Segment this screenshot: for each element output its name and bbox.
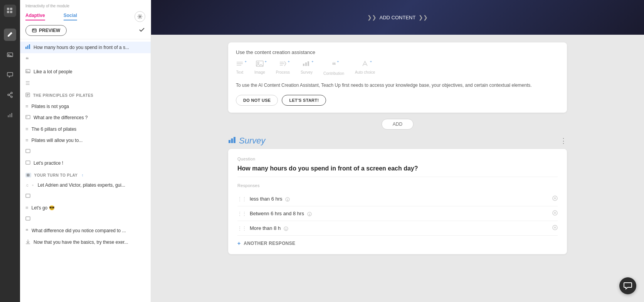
- ai-assistance-box: Use the content creation assistance +: [228, 42, 567, 113]
- image-icon: [25, 69, 30, 75]
- sidebar-item-not-yoga[interactable]: ≡ Pilates is not yoga: [20, 101, 151, 112]
- nav-share-icon[interactable]: [4, 89, 16, 101]
- svg-rect-43: [305, 62, 307, 66]
- delete-response-2[interactable]: [552, 210, 558, 217]
- image-icon: [25, 148, 30, 155]
- svg-point-14: [139, 16, 141, 17]
- response-item-3: ⋮⋮ More than 8 h: [237, 221, 558, 236]
- svg-rect-47: [234, 137, 235, 143]
- music-icon: ♫: [25, 183, 29, 187]
- svg-rect-32: [26, 217, 30, 220]
- ai-tool-contribution[interactable]: ❝ + Contribution: [323, 61, 344, 76]
- sidebar-item-differences[interactable]: What are the differences ?: [20, 112, 151, 123]
- add-response-text[interactable]: ANOTHER RESPONSE: [244, 241, 295, 246]
- svg-rect-20: [29, 44, 30, 49]
- sidebar-item-survey-main[interactable]: How many hours do you spend in front of …: [20, 42, 151, 53]
- ai-tool-auto-choice[interactable]: + Auto choice: [355, 61, 375, 76]
- sidebar-item-text: The 6 pillars of pilates: [32, 127, 77, 132]
- delete-response-3[interactable]: [552, 225, 558, 231]
- add-content-button[interactable]: ❯❯ ADD CONTENT ❯❯: [367, 14, 428, 20]
- survey-title-text: Survey: [239, 136, 265, 146]
- response-text-2: Betwenn 6 hrs and 8 hrs: [250, 211, 549, 216]
- sidebar-item-blank2[interactable]: [20, 191, 151, 202]
- drag-handle-2[interactable]: ⋮⋮: [237, 211, 247, 216]
- section-pilates-title: THE PRINCIPLES OF PILATES: [33, 93, 93, 98]
- svg-rect-46: [231, 138, 233, 143]
- preview-button[interactable]: PREVIEW: [25, 25, 67, 36]
- section-icon: [25, 93, 30, 98]
- svg-rect-3: [10, 11, 12, 13]
- sidebar-item-text: Pilates is not yoga: [32, 104, 69, 109]
- sidebar-item-like-lot[interactable]: Like a lot of people: [20, 66, 151, 78]
- sidebar-item-practice[interactable]: Let's practice !: [20, 157, 151, 169]
- sidebar-item-allow[interactable]: ≡ Pilates will allow you to...: [20, 135, 151, 146]
- lets-start-button[interactable]: LET'S START!: [282, 95, 326, 106]
- add-response-icon: +: [237, 240, 240, 246]
- svg-rect-11: [8, 115, 9, 117]
- text-tool-icon: [236, 61, 244, 68]
- sidebar-item-pillars[interactable]: ≡ The 6 pillars of pilates: [20, 123, 151, 135]
- svg-point-7: [8, 94, 9, 96]
- image-icon: [25, 160, 30, 166]
- survey-menu-button[interactable]: ⋮: [560, 137, 567, 145]
- svg-rect-2: [7, 11, 9, 13]
- sidebar-item-adrien[interactable]: ♫ ● Let Adrien and Victor, pilates exper…: [20, 180, 151, 191]
- sidebar-item-blank-image[interactable]: [20, 146, 151, 157]
- ai-tool-text[interactable]: + Text: [236, 61, 244, 76]
- image-icon: [25, 193, 30, 199]
- sidebar: Interactivity of the module Adaptive Soc…: [20, 0, 151, 302]
- responses-label: Responses: [237, 183, 558, 188]
- sidebar-item-text: Now that you have the basics, try these …: [34, 240, 128, 245]
- section-play-header: ⊟ YOUR TURN TO PLAY ↑: [20, 169, 151, 180]
- question-label: Question: [237, 157, 558, 161]
- ai-tool-image[interactable]: + Image: [254, 61, 265, 76]
- check-button[interactable]: [138, 26, 145, 35]
- drag-handle-3[interactable]: ⋮⋮: [237, 226, 247, 231]
- ai-tool-survey[interactable]: + Survey: [301, 61, 313, 76]
- svg-point-38: [257, 62, 259, 64]
- svg-rect-27: [26, 115, 30, 119]
- sidebar-item-lets-go[interactable]: ≡ Let's go 😎: [20, 202, 151, 213]
- svg-rect-15: [32, 29, 36, 32]
- svg-rect-1: [10, 8, 12, 10]
- tab-social[interactable]: Social: [64, 13, 77, 20]
- do-not-use-button[interactable]: DO NOT USE: [236, 95, 278, 106]
- svg-rect-18: [25, 47, 27, 49]
- download-icon: [25, 239, 30, 245]
- svg-rect-30: [26, 161, 30, 164]
- sidebar-item-list[interactable]: ☰: [20, 78, 151, 89]
- nav-image-icon[interactable]: [4, 49, 16, 61]
- section-play-title: YOUR TURN TO PLAY: [34, 173, 78, 177]
- process-tool-label: Process: [276, 70, 290, 74]
- nav-chart-icon[interactable]: [4, 109, 16, 121]
- sidebar-item-quote[interactable]: ❝: [20, 53, 151, 66]
- app-logo[interactable]: [4, 5, 16, 17]
- settings-button[interactable]: [135, 11, 145, 22]
- add-response-row[interactable]: + ANOTHER RESPONSE: [237, 236, 558, 246]
- nav-edit-icon[interactable]: [4, 29, 16, 41]
- add-button[interactable]: ADD: [382, 119, 414, 130]
- response-item-2: ⋮⋮ Betwenn 6 hrs and 8 hrs: [237, 206, 558, 221]
- svg-rect-29: [26, 149, 30, 153]
- chat-button[interactable]: [619, 277, 636, 294]
- sidebar-item-exercises[interactable]: Now that you have the basics, try these …: [20, 236, 151, 248]
- sidebar-item-text: How many hours do you spend in front of …: [34, 45, 129, 50]
- svg-rect-0: [7, 8, 9, 10]
- auto-choice-tool-icon: [361, 61, 369, 68]
- sidebar-item-blank3[interactable]: [20, 213, 151, 225]
- survey-section: Survey ⋮ Question How many hours do you …: [228, 136, 567, 254]
- list-icon: ≡: [25, 103, 29, 109]
- delete-response-1[interactable]: [552, 196, 558, 202]
- svg-line-9: [9, 94, 11, 95]
- icon-bar: [0, 0, 20, 302]
- image-icon: [25, 115, 30, 121]
- sidebar-item-what-diff[interactable]: ❝ What difference did you notice compare…: [20, 225, 151, 236]
- interactivity-tabs: Adaptive Social: [25, 11, 145, 22]
- ai-box-title: Use the content creation assistance: [236, 49, 559, 55]
- drag-handle-1[interactable]: ⋮⋮: [237, 196, 247, 202]
- interactivity-label: Interactivity of the module: [25, 4, 145, 8]
- quote-icon: ❝: [25, 56, 29, 63]
- ai-tool-process[interactable]: + Process: [276, 61, 290, 76]
- nav-chat-icon[interactable]: [4, 69, 16, 81]
- tab-adaptive[interactable]: Adaptive: [25, 13, 45, 20]
